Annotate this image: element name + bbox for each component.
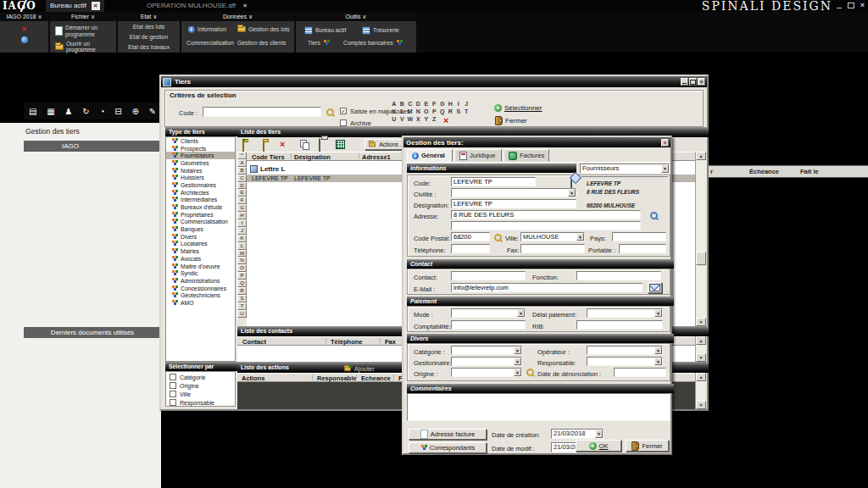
ville-select[interactable]: MULHOUSE ▼ <box>520 232 585 241</box>
delete-icon[interactable]: × <box>280 140 285 148</box>
chevron-down-icon[interactable]: ▼ <box>595 430 603 438</box>
tree-item[interactable]: Huissiers <box>166 174 235 181</box>
letter-strip-cell[interactable]: * <box>237 152 247 159</box>
tab-general[interactable]: i Général <box>407 149 453 162</box>
tree-item[interactable]: Architectes <box>166 189 235 197</box>
letter-strip-cell[interactable]: E <box>237 189 247 197</box>
menu-item-gestion-des-clients[interactable]: Gestion des clients <box>237 40 286 47</box>
exit-icon[interactable]: × <box>21 25 26 33</box>
archive-checkbox[interactable] <box>340 119 347 126</box>
letter-strip-cell[interactable]: B <box>237 167 247 175</box>
origine-select[interactable]: ▼ <box>451 368 522 377</box>
maximize-icon[interactable] <box>689 78 697 86</box>
email-input[interactable] <box>451 283 643 292</box>
tree-item[interactable]: Bureaux d'étude <box>166 203 235 211</box>
column-telephone[interactable]: Téléphone <box>331 338 363 346</box>
tree-item[interactable]: Maitre d'oeuvre <box>166 263 235 270</box>
letter-link[interactable]: C <box>406 101 415 108</box>
close-icon[interactable]: × <box>860 2 865 9</box>
selectionner-link[interactable]: + Sélectionner <box>494 104 542 112</box>
restore-icon[interactable] <box>848 3 854 8</box>
tab-close-icon[interactable]: × <box>92 2 100 10</box>
letter-strip-cell[interactable]: S <box>237 295 247 302</box>
comptabilite-input[interactable] <box>451 320 526 330</box>
tree-item[interactable]: Commercialisation <box>166 219 235 226</box>
minimize-icon[interactable] <box>681 78 688 86</box>
letter-link[interactable]: L <box>398 108 407 116</box>
tree-item[interactable]: Syndic <box>166 269 235 277</box>
fermer-button[interactable]: Fermer <box>626 440 669 452</box>
database-icon[interactable]: ⊟ <box>114 107 121 116</box>
chevron-down-icon[interactable]: ▼ <box>568 189 576 197</box>
letter-strip-cell[interactable]: G <box>237 204 247 212</box>
letter-strip-cell[interactable]: Q <box>237 280 247 287</box>
letter-link[interactable]: V <box>398 116 407 124</box>
letter-strip-cell[interactable]: N <box>237 257 247 264</box>
globe-icon[interactable]: ⊕ <box>131 107 138 116</box>
delai-select[interactable]: ▼ <box>587 308 663 318</box>
letter-link[interactable]: Z <box>431 116 439 124</box>
letter-link[interactable]: U <box>390 116 398 124</box>
tree-item[interactable]: Prospects <box>166 145 235 152</box>
checkbox[interactable] <box>170 374 176 380</box>
tab-operation-mulhouse[interactable]: OPERATION MULHOUSE.aff × <box>142 0 253 12</box>
mode-select[interactable]: ▼ <box>451 308 526 318</box>
sidebar-program-bar[interactable]: IAGO <box>24 141 161 152</box>
ribbon-group-title[interactable]: Données ∨ <box>181 12 294 21</box>
letter-link[interactable]: X <box>415 116 423 124</box>
actions-scrollbar[interactable]: ▲ ▼ <box>695 373 706 409</box>
tab-juridique[interactable]: Juridique <box>454 149 502 162</box>
menu-item-comptes-bancaires[interactable]: Comptes bancaires <box>343 40 403 47</box>
scroll-thumb[interactable] <box>696 252 706 265</box>
fax-input[interactable] <box>520 244 585 253</box>
portable-input[interactable] <box>619 244 666 253</box>
tree-item[interactable]: Notaires <box>166 167 235 175</box>
chevron-down-icon[interactable]: ▼ <box>576 233 584 241</box>
menu-item-tresorerie[interactable]: Trésorerie <box>362 26 399 35</box>
letter-link[interactable]: A <box>390 101 398 108</box>
letter-strip-cell[interactable]: P <box>237 272 247 280</box>
tree-item[interactable]: Propriétaires <box>166 211 235 219</box>
selector-option[interactable]: Responsable <box>170 399 235 406</box>
commentaires-textarea[interactable] <box>407 393 670 421</box>
fermer-link[interactable]: Fermer <box>495 116 527 125</box>
letter-link[interactable]: B <box>398 101 407 108</box>
chevron-down-icon[interactable]: ▼ <box>514 347 521 354</box>
tree-item[interactable]: Mairies <box>166 247 235 255</box>
letter-strip-cell[interactable]: A <box>237 159 247 167</box>
letter-link[interactable]: P <box>431 108 439 116</box>
ribbon-group-title[interactable]: IAGO 2018 ∨ <box>0 12 48 21</box>
tree-item[interactable]: Concessionnaires <box>166 285 235 292</box>
letter-link[interactable]: M <box>406 108 415 116</box>
tree-item[interactable]: Fournisseurs <box>166 152 235 159</box>
tree-item[interactable]: Divers <box>166 233 235 241</box>
tree-item[interactable]: Avocats <box>166 255 235 263</box>
type-select[interactable]: Fournisseurs ▼ <box>580 164 670 174</box>
search-icon[interactable] <box>526 369 534 376</box>
column-adresse1[interactable]: Adresse1 <box>362 153 391 161</box>
search-icon[interactable] <box>494 234 502 241</box>
group-row[interactable]: Lettre L <box>250 165 285 173</box>
gestionnaire-select[interactable]: ▼ <box>451 357 522 366</box>
ribbon-group-title[interactable]: Etat ∨ <box>118 12 180 21</box>
designation-input[interactable] <box>451 199 576 208</box>
menu-item-etat-des-travaux[interactable]: Etat des travaux <box>128 44 170 51</box>
telephone-input[interactable] <box>451 244 490 253</box>
checkbox[interactable] <box>170 382 176 389</box>
tree-item[interactable]: Clients <box>166 137 235 145</box>
briefcase-icon[interactable]: ▦ <box>47 107 54 116</box>
fonction-input[interactable] <box>576 271 661 280</box>
tree-item[interactable]: Géotechniciens <box>166 291 235 299</box>
chevron-down-icon[interactable]: ▼ <box>654 347 662 354</box>
scroll-down-icon[interactable]: ▼ <box>696 353 706 362</box>
dialog-titlebar[interactable]: Gestion des tiers: × <box>403 137 670 147</box>
ok-button[interactable]: + OK <box>576 440 621 452</box>
letter-strip-cell[interactable]: C <box>237 175 247 182</box>
tree-item[interactable]: Gestionnaires <box>166 181 235 189</box>
letter-link[interactable]: W <box>406 116 415 124</box>
email-button[interactable] <box>648 282 662 293</box>
tree-item[interactable]: Géomètres <box>166 159 235 167</box>
scroll-up-icon[interactable]: ▲ <box>696 152 706 160</box>
letter-link[interactable]: T <box>463 108 471 116</box>
close-icon[interactable]: × <box>661 139 669 147</box>
